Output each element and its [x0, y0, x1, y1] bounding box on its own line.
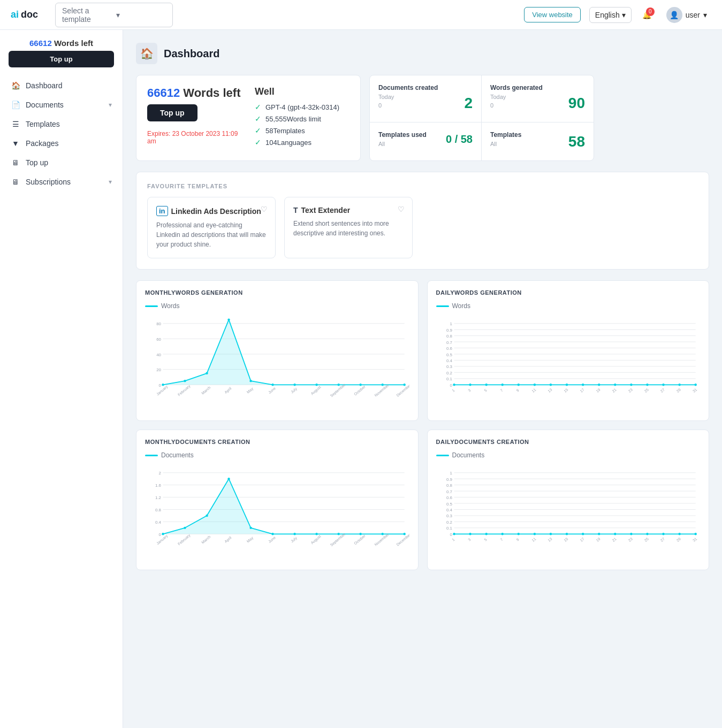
- svg-text:0.1: 0.1: [446, 526, 452, 531]
- plan-words-number: 66612: [147, 86, 180, 99]
- svg-point-65: [598, 384, 600, 386]
- svg-point-12: [206, 372, 208, 374]
- svg-text:0.4: 0.4: [446, 358, 452, 363]
- svg-text:15: 15: [563, 387, 569, 393]
- header: aidoc Select a template ▾ View website E…: [0, 0, 722, 30]
- svg-text:0.9: 0.9: [446, 477, 452, 482]
- svg-text:11: 11: [531, 387, 537, 393]
- svg-text:19: 19: [595, 537, 601, 542]
- chart-legend: Words: [145, 302, 409, 310]
- svg-text:25: 25: [643, 537, 649, 542]
- sidebar-item-dashboard[interactable]: 🏠 Dashboard: [0, 76, 123, 95]
- sidebar-item-templates[interactable]: ☰ Templates: [0, 114, 123, 134]
- svg-text:1.6: 1.6: [155, 483, 162, 488]
- svg-text:23: 23: [627, 387, 633, 393]
- svg-text:0.2: 0.2: [446, 520, 452, 525]
- svg-point-64: [581, 384, 583, 386]
- template-cards-list: in Linkedin Ads Description ♡ Profession…: [147, 197, 698, 258]
- svg-point-157: [630, 533, 632, 535]
- svg-text:0.4: 0.4: [155, 520, 162, 525]
- chart-title: MONTHLYDOCUMENTS CREATION: [145, 439, 409, 445]
- plan-check-item: ✓104Languages: [255, 138, 349, 147]
- check-text: GPT-4 (gpt-4-32k-0314): [265, 103, 339, 111]
- svg-text:1: 1: [451, 538, 455, 542]
- check-text: 58Templates: [265, 127, 305, 135]
- svg-point-149: [501, 533, 503, 535]
- svg-text:5: 5: [483, 538, 488, 542]
- heart-icon[interactable]: ♡: [398, 205, 405, 213]
- user-menu-button[interactable]: 👤 user ▾: [662, 5, 711, 25]
- template-card-linkedin[interactable]: in Linkedin Ads Description ♡ Profession…: [147, 197, 276, 258]
- svg-text:0.1: 0.1: [446, 377, 452, 381]
- svg-text:0: 0: [159, 532, 162, 537]
- svg-point-20: [382, 384, 384, 386]
- svg-point-159: [662, 533, 664, 535]
- svg-point-18: [337, 384, 339, 386]
- svg-text:29: 29: [675, 537, 681, 542]
- plan-words-label: Words left: [180, 86, 240, 99]
- check-icon: ✓: [255, 114, 261, 123]
- check-icon: ✓: [255, 126, 261, 135]
- svg-point-61: [533, 384, 535, 386]
- plan-words-count: 66612 Words left: [147, 86, 242, 100]
- legend-label: Documents: [452, 451, 485, 459]
- svg-text:February: February: [177, 384, 192, 397]
- svg-text:March: March: [201, 535, 211, 545]
- plan-topup-button[interactable]: Top up: [147, 104, 197, 121]
- stat-card-docs-created: Documents created Today 0 2: [370, 75, 482, 122]
- stat-card-words-generated: Words generated Today 0 90: [482, 75, 594, 122]
- svg-text:3: 3: [467, 538, 472, 542]
- main-layout: 66612 Words left Top up 🏠 Dashboard 📄 Do…: [0, 30, 722, 728]
- sidebar-item-documents[interactable]: 📄 Documents ▾: [0, 95, 123, 114]
- template-card-text-extender[interactable]: T Text Extender ♡ Extend short sentences…: [284, 197, 413, 258]
- svg-text:29: 29: [675, 387, 681, 393]
- svg-text:0.5: 0.5: [446, 352, 452, 357]
- svg-text:0.9: 0.9: [446, 328, 452, 333]
- svg-point-59: [501, 384, 503, 386]
- legend-line: [145, 455, 158, 456]
- svg-text:October: October: [353, 534, 366, 546]
- packages-icon: ▼: [11, 139, 20, 148]
- sidebar-item-label: Dashboard: [26, 81, 63, 90]
- stat-value: 0 / 58: [446, 133, 473, 145]
- chart-daily-docs: DAILYDOCUMENTS CREATION Documents 00.10.…: [427, 430, 710, 570]
- notification-button[interactable]: 🔔 0: [640, 9, 653, 21]
- plan-well-title: Well: [255, 86, 349, 97]
- svg-text:1: 1: [450, 321, 452, 326]
- sidebar-item-topup[interactable]: 🖥 Top up: [0, 153, 123, 172]
- sidebar-topup-button[interactable]: Top up: [9, 51, 114, 67]
- sidebar-item-packages[interactable]: ▼ Packages: [0, 134, 123, 153]
- heart-icon[interactable]: ♡: [261, 205, 268, 213]
- svg-point-70: [678, 384, 680, 386]
- chart-svg-container: 00.40.81.21.62 JanuaryFebruaryMarchApril…: [145, 463, 409, 561]
- svg-point-17: [315, 384, 317, 386]
- chart-legend: Words: [436, 302, 701, 310]
- svg-text:April: April: [224, 386, 232, 394]
- view-website-button[interactable]: View website: [524, 7, 581, 22]
- svg-point-71: [694, 384, 696, 386]
- svg-text:23: 23: [627, 537, 633, 542]
- words-count-number: 66612: [29, 39, 52, 48]
- template-select-dropdown[interactable]: Select a template ▾: [55, 3, 173, 27]
- svg-text:1.2: 1.2: [155, 495, 161, 500]
- svg-text:19: 19: [595, 387, 601, 393]
- plan-expires: Expires: 23 October 2023 11:09 am: [147, 130, 242, 145]
- language-label: English: [595, 11, 620, 19]
- language-select[interactable]: English ▾: [589, 7, 632, 23]
- svg-text:0.8: 0.8: [446, 483, 452, 488]
- svg-point-152: [549, 533, 551, 535]
- stat-value: 90: [568, 95, 585, 112]
- svg-point-146: [453, 533, 455, 535]
- svg-point-100: [162, 533, 164, 535]
- sidebar-item-subscriptions[interactable]: 🖥 Subscriptions ▾: [0, 172, 123, 191]
- sidebar-item-label: Templates: [26, 120, 60, 128]
- chevron-down-icon: ▾: [109, 178, 112, 186]
- stat-value: 2: [464, 95, 473, 112]
- svg-text:0.5: 0.5: [446, 502, 452, 507]
- svg-point-56: [453, 384, 455, 386]
- stat-label: Words generated: [490, 84, 585, 91]
- template-select-label: Select a template: [62, 6, 112, 24]
- svg-point-158: [646, 533, 648, 535]
- svg-text:0.7: 0.7: [446, 340, 452, 345]
- legend-line: [436, 305, 449, 307]
